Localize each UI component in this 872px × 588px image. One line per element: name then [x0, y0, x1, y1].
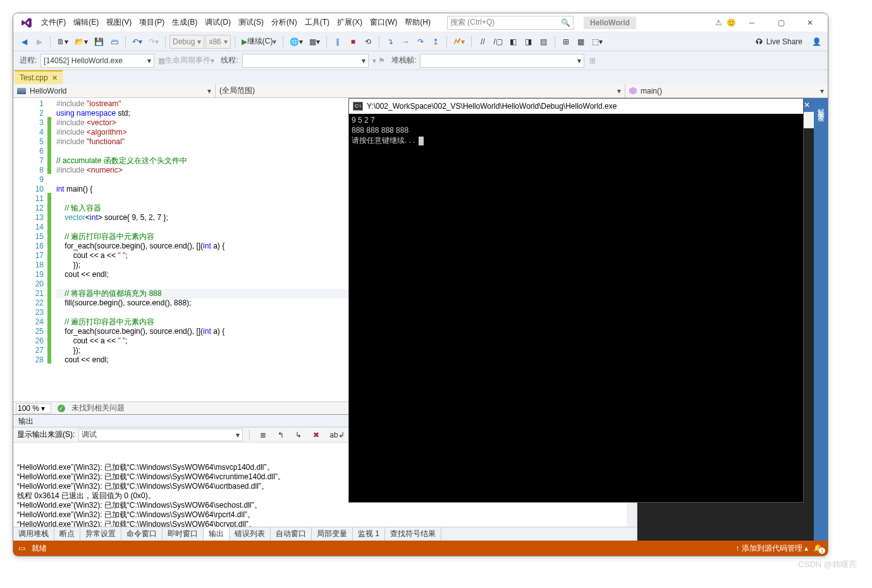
- no-issues-icon: ✓: [58, 405, 65, 412]
- save-button[interactable]: 💾: [92, 35, 106, 49]
- browser-select-button[interactable]: 🌐▾: [287, 35, 305, 49]
- zoom-dropdown[interactable]: 100 % ▾: [16, 403, 51, 413]
- open-button[interactable]: 📂▾: [72, 35, 90, 49]
- menu-project[interactable]: 项目(P): [135, 15, 168, 30]
- task-list-button[interactable]: ▤: [537, 35, 551, 49]
- bottom-tab[interactable]: 输出: [204, 527, 230, 541]
- output-source-dropdown[interactable]: 调试▾: [78, 429, 243, 441]
- output-clear-button[interactable]: ✖: [309, 428, 323, 442]
- solution-explorer-tab[interactable]: 解决方案: [814, 98, 828, 541]
- stop-button[interactable]: ■: [346, 35, 360, 49]
- notifications-button[interactable]: 🔔: [813, 544, 823, 553]
- menu-analyze[interactable]: 分析(N): [267, 15, 301, 30]
- bookmark2-button[interactable]: ◨: [522, 35, 536, 49]
- config-dropdown[interactable]: Debug▾: [169, 35, 204, 49]
- step-out-button[interactable]: ↥: [429, 35, 443, 49]
- output-next-button[interactable]: ↳: [292, 428, 305, 442]
- process-dropdown[interactable]: [14052] HelloWorld.exe▾: [40, 54, 154, 68]
- restart-button[interactable]: ⟲: [361, 35, 375, 49]
- menu-tools[interactable]: 工具(T): [301, 15, 333, 30]
- main-toolbar: ◀▶ 🗎▾ 📂▾ 💾 🗃 ↶▾ ↷▾ Debug▾ x86▾ ▶ 继续(C) ▾…: [13, 32, 828, 51]
- account-icon[interactable]: 👤: [809, 35, 824, 49]
- watermark: CSDN @韩曙亮: [798, 559, 857, 569]
- tab-test-cpp[interactable]: Test.cpp ✕: [15, 70, 63, 84]
- menu-edit[interactable]: 编辑(E): [70, 15, 102, 30]
- bottom-tab[interactable]: 监视 1: [353, 527, 385, 541]
- vs-window: 文件(F) 编辑(E) 视图(V) 项目(P) 生成(B) 调试(D) 测试(S…: [13, 13, 828, 556]
- forward-button[interactable]: ▶: [32, 35, 46, 49]
- live-share-button[interactable]: ⮉Live Share: [749, 35, 808, 48]
- step-into-button[interactable]: ↴: [383, 35, 397, 49]
- main-body: 1234567891011121314151617181920212223242…: [13, 98, 828, 541]
- nav-project-dropdown[interactable]: HelloWorld▾: [13, 84, 216, 97]
- menu-extensions[interactable]: 扩展(X): [333, 15, 366, 30]
- editor-tabstrip: Test.cpp ✕: [13, 70, 828, 84]
- output-wrap-button[interactable]: ab↲: [327, 428, 347, 442]
- lifecycle-button[interactable]: ▦ 生命周期事件 ▾: [156, 54, 217, 68]
- menu-debug[interactable]: 调试(D): [201, 15, 235, 30]
- bookmark-button[interactable]: ◧: [507, 35, 520, 49]
- search-input[interactable]: 搜索 (Ctrl+Q) 🔍: [447, 16, 574, 30]
- menu-file[interactable]: 文件(F): [37, 15, 70, 30]
- tab-close-icon[interactable]: ✕: [52, 74, 58, 82]
- maximize-button[interactable]: ▢: [768, 15, 794, 31]
- nav-scope-dropdown[interactable]: (全局范围)▾: [216, 84, 625, 97]
- uncomment-button[interactable]: /▢: [491, 35, 505, 49]
- bottom-tab[interactable]: 断点: [54, 527, 80, 541]
- tool1-button[interactable]: ⊞: [559, 35, 573, 49]
- vs-logo-icon: [21, 17, 32, 28]
- bottom-tab[interactable]: 调用堆栈: [13, 527, 54, 541]
- bottom-tab[interactable]: 查找符号结果: [385, 527, 441, 541]
- tool3-button[interactable]: ⬚▾: [589, 35, 605, 49]
- new-project-button[interactable]: 🗎▾: [54, 35, 71, 49]
- back-button[interactable]: ◀: [17, 35, 31, 49]
- stack-tool-button[interactable]: ⊞: [586, 54, 599, 68]
- debug-toolbar: 进程: [14052] HelloWorld.exe▾ ▦ 生命周期事件 ▾ 线…: [13, 51, 828, 70]
- bottom-tab[interactable]: 自动窗口: [271, 527, 312, 541]
- output-goto-button[interactable]: ≣: [256, 428, 270, 442]
- status-bar: ▭ 就绪 ↑ 添加到源代码管理 ▴ 🔔: [13, 541, 828, 556]
- continue-button[interactable]: ▶ 继续(C) ▾: [239, 35, 279, 49]
- project-icon: [17, 88, 26, 94]
- issues-text: 未找到相关问题: [71, 403, 125, 413]
- redo-button[interactable]: ↷▾: [146, 35, 161, 49]
- menu-view[interactable]: 视图(V): [102, 15, 135, 30]
- comment-button[interactable]: //: [476, 35, 489, 49]
- bottom-tab[interactable]: 局部变量: [312, 527, 353, 541]
- menu-build[interactable]: 生成(B): [168, 15, 201, 30]
- source-control-button[interactable]: ↑ 添加到源代码管理 ▴: [735, 543, 808, 554]
- platform-dropdown[interactable]: x86▾: [206, 35, 230, 49]
- hot-reload-button[interactable]: 🗲▾: [451, 35, 467, 49]
- console-icon: C:\: [353, 102, 363, 111]
- output-prev-button[interactable]: ↰: [274, 428, 288, 442]
- status-state: 就绪: [32, 543, 47, 554]
- thread-dropdown[interactable]: ▾: [242, 54, 369, 68]
- app-select-button[interactable]: ▦▾: [307, 35, 322, 49]
- menu-help[interactable]: 帮助(H): [401, 15, 434, 30]
- save-all-button[interactable]: 🗃: [107, 35, 121, 49]
- menu-test[interactable]: 测试(S): [235, 15, 267, 30]
- console-titlebar[interactable]: C:\ Y:\002_WorkSpace\002_VS\HelloWorld\H…: [349, 99, 803, 114]
- stackframe-dropdown[interactable]: ▾: [420, 54, 584, 68]
- show-next-button[interactable]: →: [398, 35, 412, 49]
- console-body: 9 5 2 7888 888 888 888请按任意键继续. . .: [349, 114, 803, 147]
- close-button[interactable]: ✕: [797, 15, 823, 31]
- tool2-button[interactable]: ▦: [574, 35, 588, 49]
- undo-button[interactable]: ↶▾: [130, 35, 145, 49]
- bottom-tabstrip: 调用堆栈断点异常设置命令窗口即时窗口输出错误列表自动窗口局部变量监视 1查找符号…: [13, 527, 637, 541]
- feedback-icon[interactable]: 🙂: [727, 18, 735, 27]
- pause-button[interactable]: ∥: [331, 35, 345, 49]
- notification-warning-icon[interactable]: ⚠: [714, 18, 723, 27]
- bottom-tab[interactable]: 命令窗口: [121, 527, 163, 541]
- menubar: 文件(F) 编辑(E) 视图(V) 项目(P) 生成(B) 调试(D) 测试(S…: [13, 13, 828, 32]
- minimize-button[interactable]: ─: [739, 15, 765, 31]
- panel-close-icon[interactable]: ✕: [804, 101, 810, 109]
- bottom-tab[interactable]: 即时窗口: [163, 527, 204, 541]
- menu-window[interactable]: 窗口(W): [366, 15, 401, 30]
- step-over-button[interactable]: ↷: [414, 35, 427, 49]
- bottom-tab[interactable]: 错误列表: [230, 527, 271, 541]
- thread-filter-button[interactable]: ▾ ⚑: [370, 54, 388, 68]
- console-window[interactable]: C:\ Y:\002_WorkSpace\002_VS\HelloWorld\H…: [348, 98, 804, 503]
- bottom-tab[interactable]: 异常设置: [80, 527, 121, 541]
- nav-function-dropdown[interactable]: main()▾: [625, 84, 828, 97]
